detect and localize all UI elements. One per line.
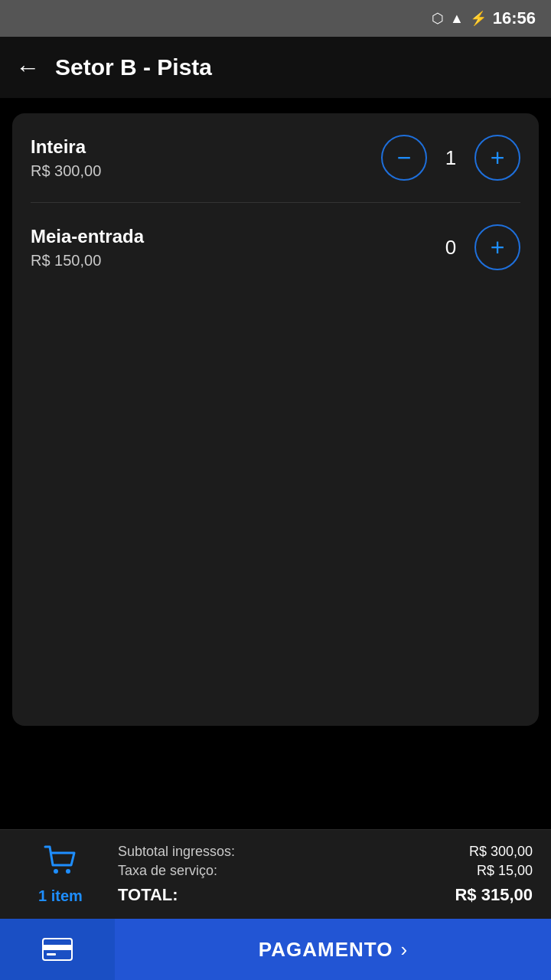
cart-count: 1 item [38, 887, 83, 905]
cart-area: 1 item [18, 844, 103, 905]
ticket-name-inteira: Inteira [31, 136, 101, 158]
svg-rect-4 [47, 953, 56, 956]
ticket-count-inteira: 1 [439, 146, 462, 170]
ticket-row-meia-entrada: Meia-entrada R$ 150,00 0 + [12, 203, 539, 292]
battery-icon: ⚡ [470, 10, 487, 27]
ticket-info-inteira: Inteira R$ 300,00 [31, 136, 101, 180]
header: ← Setor B - Pista [0, 37, 551, 98]
ticket-name-meia-entrada: Meia-entrada [31, 226, 144, 247]
ticket-row-inteira: Inteira R$ 300,00 − 1 + [12, 113, 539, 202]
cart-icon [42, 844, 79, 883]
summary-details: Subtotal ingressos: R$ 300,00 Taxa de se… [118, 844, 533, 905]
subtotal-label: Subtotal ingressos: [118, 844, 235, 860]
ticket-controls-inteira: − 1 + [381, 135, 520, 181]
total-label: TOTAL: [118, 885, 178, 905]
ticket-controls-meia-entrada: 0 + [439, 224, 520, 270]
chevron-icon: › [400, 938, 407, 962]
status-bar: ⬡ ▲ ⚡ 16:56 [0, 0, 551, 37]
ticket-price-inteira: R$ 300,00 [31, 162, 101, 180]
page-title: Setor B - Pista [55, 54, 212, 80]
subtotal-value: R$ 300,00 [469, 844, 533, 860]
action-row: PAGAMENTO › [0, 919, 551, 980]
svg-point-0 [54, 869, 58, 874]
svg-rect-3 [43, 945, 72, 950]
increase-button-inteira[interactable]: + [474, 135, 520, 181]
wifi-icon: ⬡ [432, 10, 444, 27]
signal-icon: ▲ [450, 11, 464, 27]
status-icons: ⬡ ▲ ⚡ 16:56 [432, 8, 536, 28]
decrease-button-inteira[interactable]: − [381, 135, 427, 181]
tax-value: R$ 15,00 [477, 863, 533, 879]
bottom-bar: 1 item Subtotal ingressos: R$ 300,00 Tax… [0, 829, 551, 980]
tax-label: Taxa de serviço: [118, 863, 217, 879]
back-arrow-icon: ← [15, 54, 40, 82]
ticket-price-meia-entrada: R$ 150,00 [31, 252, 144, 270]
payment-button[interactable]: PAGAMENTO › [115, 919, 551, 980]
subtotal-line: Subtotal ingressos: R$ 300,00 [118, 844, 533, 860]
svg-point-1 [66, 869, 70, 874]
summary-section: 1 item Subtotal ingressos: R$ 300,00 Tax… [0, 829, 551, 919]
tax-line: Taxa de serviço: R$ 15,00 [118, 863, 533, 879]
payment-label: PAGAMENTO [259, 938, 393, 962]
status-time: 16:56 [493, 8, 536, 28]
total-value: R$ 315,00 [455, 885, 533, 905]
increase-button-meia-entrada[interactable]: + [474, 224, 520, 270]
card-button[interactable] [0, 919, 115, 980]
ticket-info-meia-entrada: Meia-entrada R$ 150,00 [31, 226, 144, 270]
ticket-list: Inteira R$ 300,00 − 1 + Meia-entrada R$ … [12, 113, 539, 726]
ticket-count-meia-entrada: 0 [439, 236, 462, 260]
total-line: TOTAL: R$ 315,00 [118, 885, 533, 905]
back-button[interactable]: ← [15, 54, 40, 82]
